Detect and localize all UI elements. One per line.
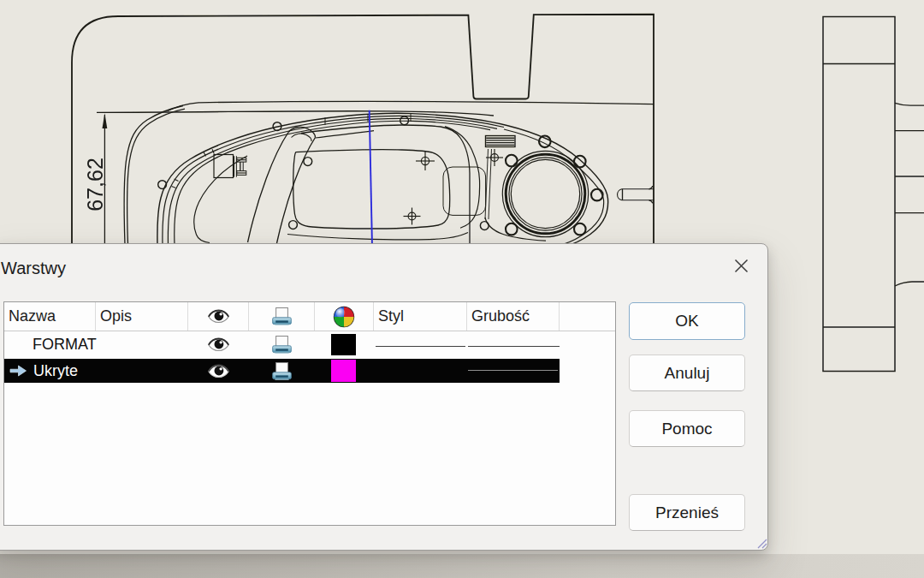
eye-icon bbox=[207, 309, 230, 324]
print-printer-icon[interactable] bbox=[249, 359, 315, 383]
color-wheel-icon bbox=[333, 306, 355, 328]
x-icon bbox=[734, 259, 749, 273]
header-color[interactable] bbox=[315, 302, 374, 331]
layer-name: FORMAT bbox=[33, 336, 97, 354]
current-layer-arrow-icon bbox=[9, 364, 27, 378]
layer-name: Ukryte bbox=[33, 362, 78, 380]
visible-eye-icon[interactable] bbox=[188, 359, 249, 383]
move-button[interactable]: Przenieś bbox=[629, 494, 745, 531]
ok-button[interactable]: OK bbox=[629, 302, 745, 340]
close-button[interactable] bbox=[731, 256, 751, 275]
header-thickness[interactable]: Grubość bbox=[467, 302, 560, 331]
dimension-text: 67,62 bbox=[83, 158, 107, 212]
cancel-button[interactable]: Anuluj bbox=[629, 355, 745, 391]
layers-table: Nazwa Opis bbox=[3, 301, 616, 526]
layer-row-format[interactable]: FORMAT bbox=[4, 331, 613, 358]
print-printer-icon[interactable] bbox=[249, 331, 315, 358]
line-thickness-sample[interactable] bbox=[468, 370, 558, 371]
dialog-title: Warstwy bbox=[1, 258, 66, 278]
printer-icon bbox=[272, 307, 292, 325]
layers-dialog: Warstwy Nazwa Opis bbox=[0, 243, 768, 551]
header-visibility[interactable] bbox=[188, 302, 249, 331]
header-name[interactable]: Nazwa bbox=[4, 302, 96, 331]
layer-color-swatch[interactable] bbox=[331, 360, 356, 382]
help-button[interactable]: Pomoc bbox=[629, 410, 745, 447]
bottom-band bbox=[0, 554, 924, 578]
layer-color-swatch[interactable] bbox=[331, 334, 356, 355]
visible-eye-icon[interactable] bbox=[188, 331, 249, 358]
line-style-sample[interactable] bbox=[376, 346, 465, 347]
header-description[interactable]: Opis bbox=[96, 302, 188, 331]
line-thickness-sample[interactable] bbox=[468, 346, 560, 347]
layer-row-ukryte[interactable]: Ukryte bbox=[4, 359, 560, 383]
header-print[interactable] bbox=[249, 302, 315, 331]
resize-grip-icon[interactable] bbox=[755, 537, 767, 549]
header-style[interactable]: Styl bbox=[374, 302, 467, 331]
